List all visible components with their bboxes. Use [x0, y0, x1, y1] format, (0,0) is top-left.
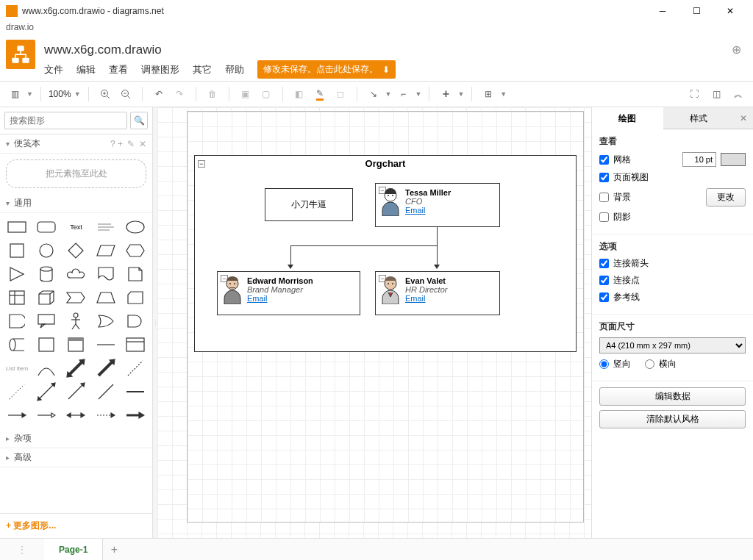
menu-help[interactable]: 帮助: [225, 63, 244, 76]
shape-or[interactable]: [92, 310, 120, 332]
shape-dotted[interactable]: [3, 381, 31, 403]
guides-checkbox[interactable]: [599, 292, 609, 302]
tab-close-button[interactable]: ✕: [734, 107, 753, 129]
to-front-button[interactable]: ▣: [237, 85, 254, 103]
close-button[interactable]: ✕: [713, 0, 747, 22]
scratchpad-section[interactable]: ▾便笺本? +✎✕: [0, 134, 152, 154]
shape-ellipse[interactable]: [121, 216, 149, 238]
grid-color-swatch[interactable]: [721, 153, 746, 166]
add-page-button[interactable]: +: [103, 543, 125, 556]
delete-button[interactable]: 🗑: [204, 85, 221, 103]
shape-text[interactable]: Text: [62, 216, 90, 238]
shape-link4[interactable]: [62, 404, 90, 426]
shape-dashed[interactable]: [121, 357, 149, 379]
edit-icon[interactable]: ✎: [127, 139, 135, 149]
grid-checkbox[interactable]: [599, 155, 609, 165]
page-tab[interactable]: Page-1: [44, 539, 103, 561]
shape-link5[interactable]: [92, 404, 120, 426]
card-email-link[interactable]: Email: [405, 294, 493, 303]
waypoint-button[interactable]: ⌐: [394, 85, 412, 103]
card-email-link[interactable]: Email: [247, 294, 354, 303]
table-button[interactable]: ⊞: [479, 85, 497, 103]
save-warning-button[interactable]: 修改未保存。点击此处保存。 ⬇: [257, 60, 396, 79]
sidebar-toggle-button[interactable]: ▥: [6, 85, 24, 103]
orgchart-container[interactable]: 小刀牛逼 − Tessa Miller CFO Email − Edward M…: [194, 172, 577, 352]
shape-link6[interactable]: [121, 404, 149, 426]
page-view-checkbox[interactable]: [599, 173, 609, 182]
undo-button[interactable]: ↶: [150, 85, 168, 103]
background-checkbox[interactable]: [599, 193, 609, 202]
shape-curve[interactable]: [32, 357, 60, 379]
menu-adjust[interactable]: 调整图形: [141, 63, 179, 76]
search-button[interactable]: 🔍: [130, 112, 148, 129]
document-title[interactable]: www.x6g.com.drawio: [44, 43, 732, 57]
shape-cube[interactable]: [32, 287, 60, 309]
line-color-button[interactable]: ✎: [311, 85, 329, 103]
shape-trapezoid[interactable]: [92, 287, 120, 309]
shape-listitem[interactable]: List Item: [3, 357, 31, 379]
shape-cloud[interactable]: [62, 263, 90, 285]
zoom-control[interactable]: 100% ▼: [49, 89, 81, 99]
card-email-link[interactable]: Email: [405, 206, 493, 215]
change-bg-button[interactable]: 更改: [706, 188, 746, 207]
conn-arrows-checkbox[interactable]: [599, 259, 609, 268]
collapse-button[interactable]: ︽: [729, 85, 747, 103]
shape-line[interactable]: [92, 381, 120, 403]
canvas[interactable]: −Orgchart 小刀牛逼 − Tessa Miller CFO Email …: [157, 107, 591, 538]
minimize-button[interactable]: ─: [646, 0, 679, 22]
shape-half[interactable]: [3, 310, 31, 332]
shape-arrow[interactable]: [92, 357, 120, 379]
page-menu-button[interactable]: ⋮: [0, 545, 44, 555]
shape-link[interactable]: [121, 381, 149, 403]
shape-datastore[interactable]: [3, 334, 31, 356]
advanced-section[interactable]: ▸高级: [0, 448, 152, 467]
redo-button[interactable]: ↷: [171, 85, 188, 103]
tab-style[interactable]: 样式: [663, 107, 735, 129]
shape-note[interactable]: [121, 263, 149, 285]
shape-step[interactable]: [62, 287, 90, 309]
shape-arrow-bi[interactable]: [62, 357, 90, 379]
shape-circle[interactable]: [32, 240, 60, 262]
shape-window[interactable]: [62, 334, 90, 356]
zoom-out-button[interactable]: [117, 85, 135, 103]
shadow-checkbox[interactable]: [599, 212, 609, 222]
card-evan[interactable]: − Evan Valet HR Director Email: [375, 271, 500, 315]
shape-actor[interactable]: [62, 310, 90, 332]
edit-data-button[interactable]: 编辑数据: [599, 387, 746, 406]
portrait-radio[interactable]: [599, 359, 609, 369]
fullscreen-button[interactable]: ⛶: [685, 85, 703, 103]
maximize-button[interactable]: ☐: [679, 0, 713, 22]
shadow-button[interactable]: ◻: [332, 85, 349, 103]
shape-parallelogram[interactable]: [92, 240, 120, 262]
fill-color-button[interactable]: ◧: [290, 85, 308, 103]
format-panel-button[interactable]: ◫: [707, 85, 725, 103]
scratchpad-help[interactable]: ? +: [110, 139, 123, 149]
shape-link3[interactable]: [32, 404, 60, 426]
shape-frame[interactable]: [32, 334, 60, 356]
menu-view[interactable]: 查看: [109, 63, 128, 76]
shape-line-bi[interactable]: [32, 381, 60, 403]
conn-points-checkbox[interactable]: [599, 276, 609, 285]
node-custom[interactable]: 小刀牛逼: [265, 188, 353, 221]
shape-line-arrow[interactable]: [62, 381, 90, 403]
shape-diamond[interactable]: [62, 240, 90, 262]
shape-cylinder[interactable]: [32, 263, 60, 285]
collapse-icon[interactable]: −: [198, 160, 205, 168]
close-icon[interactable]: ✕: [139, 139, 146, 149]
tab-diagram[interactable]: 绘图: [592, 107, 663, 129]
shape-link2[interactable]: [3, 404, 31, 426]
zoom-in-button[interactable]: [96, 85, 114, 103]
card-tessa[interactable]: − Tessa Miller CFO Email: [375, 183, 500, 227]
shape-callout[interactable]: [32, 310, 60, 332]
orgchart-title[interactable]: −Orgchart: [194, 155, 577, 173]
menu-file[interactable]: 文件: [44, 63, 63, 76]
card-edward[interactable]: − Edward Morrison Brand Manager Email: [217, 271, 360, 315]
shape-card[interactable]: [121, 287, 149, 309]
menu-other[interactable]: 其它: [193, 63, 212, 76]
more-shapes-button[interactable]: + 更多图形...: [0, 513, 152, 538]
shape-rect[interactable]: [3, 216, 31, 238]
menu-edit[interactable]: 编辑: [76, 63, 96, 76]
page-format-select[interactable]: A4 (210 mm x 297 mm): [599, 337, 746, 353]
general-section[interactable]: ▾通用: [0, 194, 152, 213]
landscape-radio[interactable]: [645, 359, 654, 369]
